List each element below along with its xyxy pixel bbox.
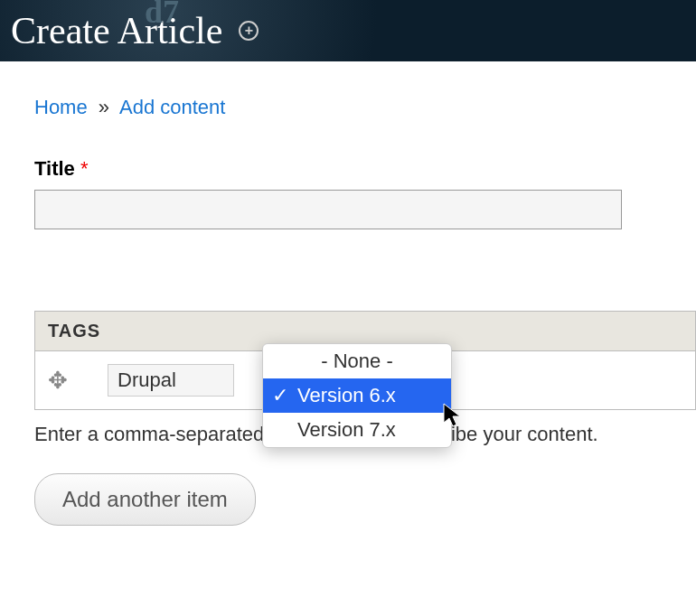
header-decor: d7 xyxy=(145,0,179,31)
title-label: Title * xyxy=(34,157,662,181)
dropdown-option-v6-label: Version 6.x xyxy=(297,384,396,406)
plus-icon[interactable]: + xyxy=(239,21,259,41)
page-title: Create Article xyxy=(11,9,222,52)
drag-handle-icon[interactable]: ✥ xyxy=(48,367,68,395)
dropdown-option-none[interactable]: - None - xyxy=(263,344,451,378)
add-another-item-button[interactable]: Add another item xyxy=(34,473,256,526)
version-dropdown[interactable]: - None - ✓ Version 6.x Version 7.x xyxy=(262,343,452,448)
check-icon: ✓ xyxy=(272,384,288,407)
tag-input[interactable] xyxy=(108,364,234,397)
dropdown-option-v7[interactable]: Version 7.x xyxy=(263,413,451,447)
breadcrumb-add-content[interactable]: Add content xyxy=(119,96,225,118)
breadcrumb: Home » Add content xyxy=(34,96,662,119)
title-label-text: Title xyxy=(34,157,75,180)
breadcrumb-home[interactable]: Home xyxy=(34,96,88,118)
required-marker: * xyxy=(80,157,89,180)
title-input[interactable] xyxy=(34,190,622,229)
dropdown-option-v6[interactable]: ✓ Version 6.x xyxy=(263,378,451,413)
breadcrumb-separator: » xyxy=(99,96,109,118)
page-header: d7 Create Article + xyxy=(0,0,696,61)
content-region: Home » Add content Title * TAGS ✥ Enter … xyxy=(0,61,696,526)
